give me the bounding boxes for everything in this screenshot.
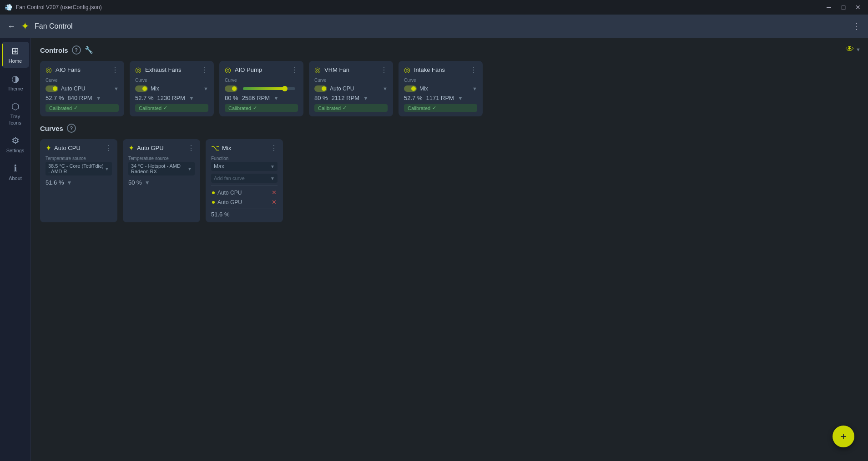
auto-cpu-temp-label: Temperature source: [45, 156, 112, 161]
about-icon: ℹ: [14, 163, 17, 174]
vrm-curve-dropdown[interactable]: ▼: [383, 86, 388, 91]
aio-percent: 52.7 %: [45, 95, 64, 101]
fan-card-pump-menu[interactable]: ⋮: [291, 65, 298, 74]
pump-toggle[interactable]: [225, 85, 237, 92]
auto-cpu-percent-row: 51.6 % ▼: [45, 179, 112, 186]
home-icon: ⊞: [11, 45, 19, 56]
vrm-calibrated-badge: Calibrated ✓: [314, 104, 388, 112]
aio-rpm: 840 RPM: [67, 95, 92, 101]
fan-card-exhaust-menu[interactable]: ⋮: [201, 65, 208, 74]
header-menu-button[interactable]: ⋮: [853, 21, 861, 31]
exhaust-expand-btn[interactable]: ▼: [189, 95, 194, 101]
fan-spin-icon-exhaust: ◎: [135, 65, 141, 74]
fan-spin-icon-intake: ◎: [404, 65, 410, 74]
pump-calibrated-badge: Calibrated ✓: [225, 104, 298, 112]
auto-gpu-menu[interactable]: ⋮: [187, 144, 195, 152]
vrm-toggle[interactable]: [314, 85, 327, 92]
mix-item-auto-cpu: Auto CPU ✕: [211, 188, 278, 197]
fan-card-vrm-menu[interactable]: ⋮: [380, 65, 388, 74]
close-button[interactable]: ✕: [853, 2, 863, 13]
fan-card-intake-menu[interactable]: ⋮: [470, 65, 477, 74]
pump-slider-track[interactable]: [243, 87, 295, 90]
auto-cpu-expand[interactable]: ▼: [66, 180, 72, 186]
calibrated-check-vrm: ✓: [343, 105, 347, 111]
intake-curve-label: Curve: [404, 78, 416, 83]
mix-percent: 51.6 %: [211, 211, 278, 218]
vrm-stats: 80 % 2112 RPM ▼: [314, 95, 388, 101]
add-fan-curve-dropdown[interactable]: ▼: [270, 176, 275, 181]
add-fan-curve-btn[interactable]: Add fan curve ▼: [211, 174, 278, 183]
auto-cpu-icon: ✦: [45, 144, 51, 152]
aio-toggle[interactable]: [45, 85, 58, 92]
mix-function-label: Function: [211, 156, 278, 161]
mix-function-dropdown[interactable]: ▼: [270, 164, 275, 169]
auto-cpu-menu[interactable]: ⋮: [105, 144, 112, 152]
intake-curve-dropdown[interactable]: ▼: [472, 86, 477, 91]
pump-curve-row: Curve: [225, 78, 298, 83]
auto-gpu-temp-dropdown[interactable]: ▼: [187, 166, 192, 171]
exhaust-toggle[interactable]: [135, 85, 148, 92]
mix-function-value[interactable]: Max ▼: [211, 162, 278, 171]
controls-section-header: Controls ? 🔧: [40, 45, 859, 55]
minimize-button[interactable]: ─: [823, 2, 834, 13]
mix-name-gpu: Auto GPU: [217, 199, 272, 205]
intake-toggle[interactable]: [404, 85, 417, 92]
sidebar-item-home[interactable]: ⊞ Home: [2, 42, 29, 68]
mix-item-auto-gpu: Auto GPU ✕: [211, 197, 278, 207]
eye-button[interactable]: 👁: [846, 45, 854, 54]
auto-gpu-icon: ✦: [128, 144, 134, 152]
curves-title: Curves: [40, 125, 63, 132]
calibrated-check-exhaust: ✓: [163, 105, 167, 111]
auto-cpu-name: Auto CPU: [54, 145, 105, 151]
fan-cards-row: ◎ AIO Fans ⋮ Curve Auto CPU ▼ 52.7 % 840…: [40, 61, 859, 116]
add-fab-button[interactable]: +: [833, 426, 854, 447]
auto-gpu-temp-label: Temperature source: [128, 156, 195, 161]
fan-card-aio-fans-header: ◎ AIO Fans ⋮: [45, 65, 119, 74]
curves-row: ✦ Auto CPU ⋮ Temperature source 38.5 °C …: [40, 139, 859, 222]
sidebar-item-theme[interactable]: ◑ Theme: [2, 70, 29, 95]
intake-percent: 52.7 %: [404, 95, 422, 101]
pump-percent: 80 %: [225, 95, 238, 101]
back-button[interactable]: ←: [7, 22, 15, 31]
aio-curve-dropdown[interactable]: ▼: [114, 86, 119, 91]
auto-gpu-temp-source[interactable]: 34 °C - Hotspot - AMD Radeon RX ▼: [128, 162, 195, 175]
auto-cpu-temp-source[interactable]: 38.5 °C - Core (Tctl/Tdie) - AMD R ▼: [45, 162, 112, 175]
pump-slider-thumb[interactable]: [282, 86, 288, 91]
exhaust-curve-dropdown[interactable]: ▼: [203, 86, 208, 91]
vrm-expand-btn[interactable]: ▼: [363, 95, 368, 101]
aio-expand-btn[interactable]: ▼: [96, 95, 101, 101]
exhaust-curve-name: Mix: [151, 85, 159, 92]
auto-gpu-expand[interactable]: ▼: [145, 180, 150, 186]
auto-gpu-percent-row: 50 % ▼: [128, 179, 195, 186]
sidebar-item-settings[interactable]: ⚙ Settings: [2, 131, 29, 157]
intake-stats: 52.7 % 1171 RPM ▼: [404, 95, 477, 101]
pump-slider-row: [225, 85, 298, 92]
controls-help-icon[interactable]: ?: [72, 45, 81, 55]
calibrated-check-intake: ✓: [432, 105, 436, 111]
pump-expand-btn[interactable]: ▼: [273, 95, 279, 101]
controls-wrench-icon[interactable]: 🔧: [85, 45, 94, 55]
curves-help-icon[interactable]: ?: [67, 124, 76, 133]
intake-rpm: 1171 RPM: [426, 95, 454, 101]
fan-name-intake: Intake Fans: [414, 66, 470, 73]
fan-card-vrm-header: ◎ VRM Fan ⋮: [314, 65, 388, 74]
curve-card-auto-cpu: ✦ Auto CPU ⋮ Temperature source 38.5 °C …: [40, 139, 117, 222]
exhaust-curve-row: Curve: [135, 78, 208, 83]
sidebar-item-about[interactable]: ℹ About: [2, 159, 29, 185]
fan-name-vrm: VRM Fan: [324, 66, 380, 73]
sidebar-label-about: About: [9, 175, 22, 181]
sidebar-item-tray-icons[interactable]: ⬡ TrayIcons: [2, 97, 29, 129]
fan-spin-icon-vrm: ◎: [314, 65, 321, 74]
vrm-curve-value-row: Auto CPU ▼: [314, 85, 388, 92]
fan-card-aio-menu[interactable]: ⋮: [111, 65, 119, 74]
intake-curve-value-row: Mix ▼: [404, 85, 477, 92]
mix-remove-cpu[interactable]: ✕: [272, 189, 277, 196]
mix-menu[interactable]: ⋮: [270, 144, 278, 152]
auto-cpu-temp-dropdown[interactable]: ▼: [105, 166, 109, 171]
theme-icon: ◑: [11, 73, 19, 84]
restore-button[interactable]: □: [838, 2, 849, 13]
exhaust-percent: 52.7 %: [135, 95, 153, 101]
eye-dropdown-arrow[interactable]: ▼: [856, 47, 861, 52]
intake-expand-btn[interactable]: ▼: [458, 95, 463, 101]
mix-remove-gpu[interactable]: ✕: [272, 199, 277, 205]
